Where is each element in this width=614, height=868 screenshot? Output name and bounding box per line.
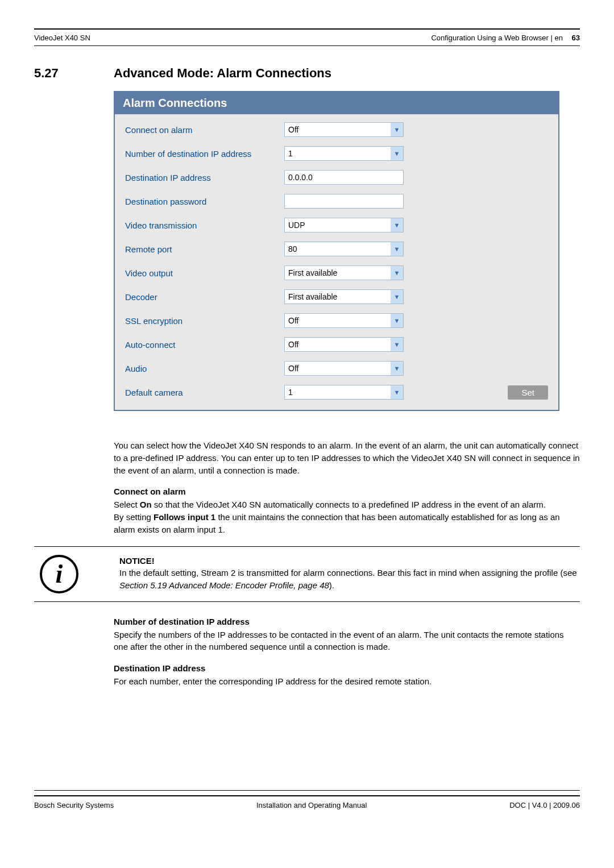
form-label: SSL encryption <box>125 316 284 326</box>
form-row: Video transmissionUDP▼ <box>125 218 548 232</box>
connect-on-alarm-heading: Connect on alarm <box>114 487 580 496</box>
form-row: Destination password <box>125 194 548 209</box>
page-header: VideoJet X40 SN Configuration Using a We… <box>34 28 580 46</box>
chevron-down-icon: ▼ <box>391 218 403 232</box>
form-label: Number of destination IP address <box>125 149 284 159</box>
form-row: AudioOff▼ <box>125 361 548 376</box>
form-row: Connect on alarmOff▼ <box>125 122 548 137</box>
footer-right: DOC | V4.0 | 2009.06 <box>509 801 580 809</box>
form-label: Video transmission <box>125 221 284 230</box>
header-breadcrumb: Configuration Using a Web Browser | en 6… <box>431 34 580 42</box>
select-number-of-destination-ip-address[interactable]: 1▼ <box>284 146 404 161</box>
form-label: Decoder <box>125 292 284 302</box>
form-row: SSL encryptionOff▼ <box>125 313 548 328</box>
number-dest-text: Specify the numbers of the IP addresses … <box>114 629 580 654</box>
form-row: Auto-connectOff▼ <box>125 337 548 352</box>
set-button[interactable]: Set <box>508 385 548 400</box>
input-destination-password[interactable] <box>284 194 404 209</box>
notice-text: NOTICE! In the default setting, Stream 2… <box>119 555 580 593</box>
form-row: Destination IP address0.0.0.0 <box>125 170 548 185</box>
select-video-transmission[interactable]: UDP▼ <box>284 218 404 232</box>
form-label: Audio <box>125 364 284 373</box>
page-number: 63 <box>572 34 580 42</box>
form-row: Number of destination IP address1▼ <box>125 146 548 161</box>
section-number: 5.27 <box>34 66 114 81</box>
select-remote-port[interactable]: 80▼ <box>284 242 404 256</box>
dest-ip-text: For each number, enter the corresponding… <box>114 675 580 688</box>
select-video-output[interactable]: First available▼ <box>284 265 404 280</box>
form-row: Video outputFirst available▼ <box>125 265 548 280</box>
info-icon: i <box>40 555 78 593</box>
chevron-down-icon: ▼ <box>391 123 403 136</box>
form-label: Default camera <box>125 388 284 397</box>
form-label: Auto-connect <box>125 340 284 350</box>
select-auto-connect[interactable]: Off▼ <box>284 337 404 352</box>
panel-title: Alarm Connections <box>115 92 558 114</box>
notice-block: i NOTICE! In the default setting, Stream… <box>34 546 580 602</box>
form-label: Video output <box>125 268 284 278</box>
form-label: Connect on alarm <box>125 125 284 135</box>
chevron-down-icon: ▼ <box>391 385 403 399</box>
chevron-down-icon: ▼ <box>391 147 403 160</box>
intro-paragraph: You can select how the VideoJet X40 SN r… <box>114 439 580 476</box>
breadcrumb-text: Configuration Using a Web Browser | en <box>431 34 562 42</box>
footer-left: Bosch Security Systems <box>34 801 114 809</box>
chevron-down-icon: ▼ <box>391 362 403 375</box>
number-dest-heading: Number of destination IP address <box>114 617 580 626</box>
select-decoder[interactable]: First available▼ <box>284 289 404 304</box>
form-row: Default camera1▼Set <box>125 385 548 400</box>
chevron-down-icon: ▼ <box>391 242 403 256</box>
input-destination-ip-address[interactable]: 0.0.0.0 <box>284 170 404 185</box>
select-default-camera[interactable]: 1▼ <box>284 385 404 400</box>
select-ssl-encryption[interactable]: Off▼ <box>284 313 404 328</box>
footer-center: Installation and Operating Manual <box>256 801 367 809</box>
form-label: Destination password <box>125 197 284 206</box>
form-label: Destination IP address <box>125 173 284 182</box>
form-label: Remote port <box>125 244 284 254</box>
chevron-down-icon: ▼ <box>391 314 403 327</box>
page-footer: Bosch Security Systems Installation and … <box>34 801 580 809</box>
dest-ip-heading: Destination IP address <box>114 663 580 673</box>
connect-on-alarm-text: Select On so that the VideoJet X40 SN au… <box>114 499 580 535</box>
form-row: DecoderFirst available▼ <box>125 289 548 304</box>
select-connect-on-alarm[interactable]: Off▼ <box>284 122 404 137</box>
chevron-down-icon: ▼ <box>391 266 403 280</box>
header-product: VideoJet X40 SN <box>34 34 90 42</box>
form-row: Remote port80▼ <box>125 242 548 256</box>
alarm-connections-panel: Alarm Connections Connect on alarmOff▼Nu… <box>114 91 559 411</box>
chevron-down-icon: ▼ <box>391 290 403 304</box>
select-audio[interactable]: Off▼ <box>284 361 404 376</box>
section-title: Advanced Mode: Alarm Connections <box>114 66 331 81</box>
chevron-down-icon: ▼ <box>391 338 403 351</box>
